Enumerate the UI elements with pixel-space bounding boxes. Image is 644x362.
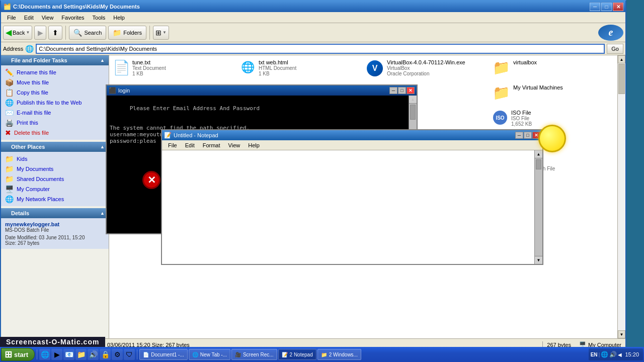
go-button[interactable]: Go [607,44,623,54]
print-icon: 🖨️ [5,119,14,127]
notepad-menu-view[interactable]: View [224,141,245,149]
network-icon: 🌐 [5,195,14,203]
notepad-scrollbar[interactable]: ▲ ▼ [534,150,542,264]
taskbar-button-screenrec[interactable]: 🎥 Screen Rec... [231,349,277,360]
notepad-menu-help[interactable]: Help [244,141,264,149]
up-button[interactable]: ⬆ [48,26,62,40]
detail-date: Date Modified: 03 June 2011, 15:20 [5,235,105,240]
title-bar-icon: 🗂️ [3,3,11,11]
quicklaunch-winmedia[interactable]: ▶ [51,349,62,360]
cmd-close[interactable]: ✕ [407,87,415,94]
minimize-button[interactable]: ─ [590,3,600,11]
notepad-menu: File Edit Format View Help [162,140,542,150]
quicklaunch-7[interactable]: ⚙ [112,349,123,360]
forward-button[interactable]: ▶ [34,26,46,40]
taskbar-button-newtab[interactable]: 🌐 New Tab -... [189,349,230,360]
my-network-places-link[interactable]: 🌐 My Network Places [1,194,109,204]
address-input[interactable]: C:\Documents and Settings\Kids\My Docume… [36,44,605,54]
file-type: HTML Document [259,65,296,71]
notepad-title: Untitled - Notepad [174,132,515,138]
rename-file-link[interactable]: ✏️ Rename this file [1,67,109,77]
notepad-body[interactable]: ▲ ▼ [162,150,542,264]
doc-icon: 📄 [143,352,149,357]
folders-button[interactable]: 📁 Folders [108,26,146,40]
notepad-scroll-thumb[interactable] [536,159,541,169]
quicklaunch-3[interactable]: 📧 [63,349,74,360]
quicklaunch-ie[interactable]: 🌐 [39,349,50,360]
file-folder-tasks-header[interactable]: File and Folder Tasks ▲ [1,55,109,65]
cmd-scroll-up[interactable]: ▲ [409,96,417,104]
email-file-link[interactable]: ✉️ E-mail this file [1,108,109,118]
notepad-maximize[interactable]: □ [524,132,532,139]
cmd-title: login [118,87,389,94]
notepad-menu-edit[interactable]: Edit [181,141,199,149]
views-button[interactable]: ⊞ ▼ [153,26,169,40]
print-file-link[interactable]: 🖨️ Print this [1,118,109,128]
quicklaunch-6[interactable]: 🔒 [100,349,111,360]
notepad-minimize[interactable]: ─ [515,132,523,139]
file-name: tune.txt [132,59,166,65]
file-type: VirtualBox [387,65,465,71]
menu-favorites[interactable]: Favorites [57,14,88,22]
cmd-scroll-thumb[interactable] [410,105,416,120]
vertical-scrollbar[interactable]: ▲ ▼ [617,55,625,338]
notepad-menu-format[interactable]: Format [199,141,224,149]
scroll-thumb[interactable] [618,64,625,94]
notepad-scroll-up[interactable]: ▲ [535,150,542,158]
notepad-menu-file[interactable]: File [164,141,181,149]
volume-tray-icon[interactable]: 🔊 [609,351,617,358]
move-file-link[interactable]: 📦 Move this file [1,77,109,87]
scroll-down-arrow[interactable]: ▼ [618,330,625,338]
menu-tools[interactable]: Tools [89,14,110,22]
txt-icon: 📄 [113,59,129,75]
my-computer-link[interactable]: 🖥️ My Computer [1,184,109,194]
taskbar-button-notepad[interactable]: 📝 2 Notepad [278,349,316,360]
network-tray-icon[interactable]: 🌐 [601,351,608,358]
search-button[interactable]: 🔍 Search [69,26,106,40]
file-size: 1 KB [132,71,166,76]
list-item[interactable]: V VirtualBox-4.0.4-70112-Win.exe Virtual… [364,57,489,81]
quicklaunch-4[interactable]: 📁 [75,349,87,360]
copy-file-link[interactable]: 📋 Copy this file [1,87,109,98]
title-bar-title: C:\Documents and Settings\Kids\My Docume… [13,4,590,10]
list-item[interactable]: 🌐 txt web.html HTML Document 1 KB [237,57,363,81]
menu-edit[interactable]: Edit [20,14,38,22]
menu-bar: File Edit View Favorites Tools Help [1,12,625,23]
address-bar: Address 🌐 C:\Documents and Settings\Kids… [1,42,625,55]
delete-icon: ✖ [5,129,11,137]
file-name: txt web.html [259,59,296,65]
menu-view[interactable]: View [38,14,58,22]
start-button[interactable]: ⊞ start [1,348,35,361]
list-item[interactable]: 📄 tune.txt Text Document 1 KB [111,57,236,81]
cmd-minimize[interactable]: ─ [389,87,397,94]
shared-documents-link[interactable]: 📁 Shared Documents [1,174,109,184]
menu-help[interactable]: Help [109,14,129,22]
details-header[interactable]: Details ▲ [1,208,109,218]
iso-icon: ISO [492,110,508,126]
my-documents-link[interactable]: 📁 My Documents [1,164,109,174]
delete-file-link[interactable]: ✖ Delete this file [1,128,109,138]
file-name: VirtualBox-4.0.4-70112-Win.exe [387,59,465,65]
tray-arrow[interactable]: ◀ [618,352,622,357]
notepad-scroll-down[interactable]: ▼ [535,256,542,264]
back-button[interactable]: ◀ Back ▼ [3,26,32,40]
list-item[interactable]: 📁 My Virtual Machines [490,82,615,107]
list-item[interactable]: 📁 virtualbox [490,57,615,81]
email-icon: ✉️ [5,109,14,117]
taskbar-button-windows[interactable]: 📁 2 Windows... [317,349,361,360]
menu-file[interactable]: File [3,14,20,22]
quicklaunch-5[interactable]: 🔊 [88,349,99,360]
quicklaunch-8[interactable]: 🛡 [124,349,135,360]
scroll-up-arrow[interactable]: ▲ [618,55,625,63]
other-places-header[interactable]: Other Places ▲ [1,142,109,152]
taskbar-button-doc[interactable]: 📄 Document1 -... [139,349,188,360]
maximize-button[interactable]: □ [601,3,612,11]
system-tray: EN | 🌐 🔊 ◀ 15:20 [589,348,643,360]
cmd-maximize[interactable]: □ [398,87,406,94]
file-type: ISO File [511,116,532,121]
folders-icon: 📁 [113,29,121,37]
publish-file-link[interactable]: 🌐 Publish this file to the Web [1,98,109,108]
kids-link[interactable]: 📁 Kids [1,154,109,164]
close-button[interactable]: ✕ [613,3,623,11]
browser-icon: 🌐 [192,352,198,357]
